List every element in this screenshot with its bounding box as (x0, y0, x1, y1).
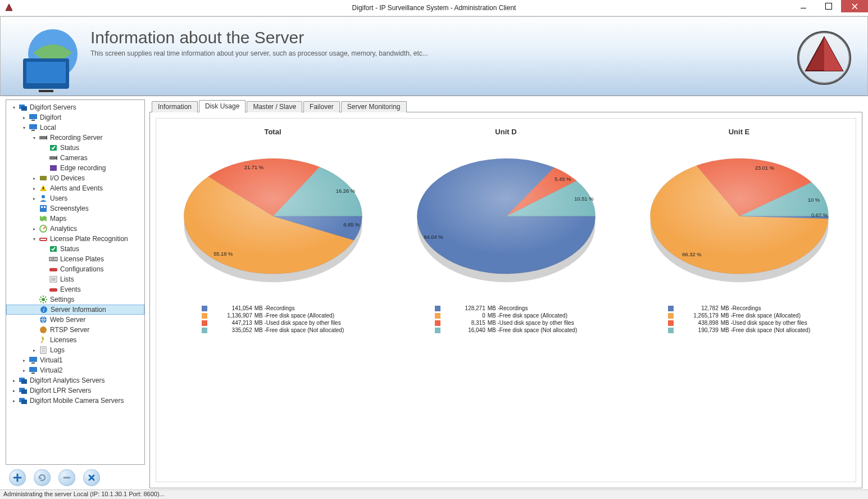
tree-twisty-icon[interactable]: ▸ (21, 115, 28, 120)
legend-value: 141,054 (211, 305, 252, 312)
server-group-icon (19, 103, 28, 112)
legend-label: Free disk space (Allocated) (499, 312, 567, 319)
tree-twisty-icon[interactable]: ▸ (31, 348, 38, 353)
tree-item[interactable]: Lists (6, 274, 144, 284)
tree-item[interactable]: ▸Digifort LPR Servers (6, 385, 144, 396)
pie-slice-label: 23.01 % (755, 165, 774, 171)
monitor-icon (29, 113, 38, 122)
legend-value: 128,271 (444, 305, 485, 312)
legend-row: 141,054 MB - Recordings (202, 305, 344, 312)
legend-unit: MB - (488, 319, 499, 326)
banner: Information about the Server This screen… (0, 16, 868, 96)
tree-item[interactable]: ▸Virtual1 (6, 355, 144, 365)
tree-twisty-icon[interactable]: ▸ (11, 388, 17, 393)
minimize-button[interactable] (790, 0, 816, 12)
tab-server-monitoring[interactable]: Server Monitoring (341, 101, 407, 112)
tree-item[interactable]: ABCLicense Plates (6, 254, 144, 264)
tree-item-label: Maps (50, 215, 66, 223)
tree-item[interactable]: Settings (6, 294, 144, 305)
tree-item[interactable]: ▸Analytics (6, 224, 144, 234)
legend-value: 12,782 (677, 305, 719, 312)
legend-label: Free disk space (Allocated) (733, 312, 801, 319)
tree-item-label: Analytics (50, 225, 77, 233)
chart-column: Total16.26 %21.71 %55.18 %6.85 %141,054 … (156, 119, 389, 482)
tree-twisty-icon[interactable]: ▸ (21, 368, 28, 373)
tree-item-label: Events (60, 285, 81, 293)
svg-point-49 (184, 158, 362, 274)
pie-slice-label: 21.71 % (244, 165, 263, 170)
tree-item[interactable]: Status (6, 244, 144, 254)
tree-item[interactable]: iServer Information (6, 305, 144, 315)
tab-information[interactable]: Information (152, 101, 198, 112)
tree-twisty-icon[interactable]: ▸ (31, 226, 38, 232)
tree-item[interactable]: ▸Users (6, 193, 144, 203)
maximize-button[interactable] (816, 0, 841, 12)
tree-item[interactable]: Web Server (6, 315, 144, 325)
tree-item[interactable]: ▸Logs (6, 345, 144, 355)
edge-icon (49, 164, 58, 173)
legend-value: 438,898 (677, 319, 719, 326)
nav-tree[interactable]: ▾Digifort Servers▸Digifort▾Local▾Recordi… (6, 99, 145, 465)
tab-failover[interactable]: Failover (303, 101, 340, 112)
tree-item[interactable]: RTSP Server (6, 325, 144, 335)
legend-value: 335,052 (211, 326, 252, 334)
add-button[interactable] (9, 469, 26, 486)
tree-item[interactable]: Maps (6, 214, 144, 224)
tree-item[interactable]: Edge recording (6, 163, 144, 173)
legend-swatch (435, 313, 440, 319)
legend-label: Recordings (266, 305, 295, 312)
plates-icon: ABC (49, 255, 58, 264)
tree-item[interactable]: ▸Digifort (6, 112, 144, 123)
svg-rect-39 (31, 362, 35, 364)
tree-item[interactable]: ▸Digifort Mobile Camera Servers (6, 396, 144, 406)
tree-twisty-icon[interactable]: ▾ (21, 125, 28, 130)
pie-slice-label: 55.18 % (213, 251, 233, 257)
tree-item-label: Status (60, 245, 79, 253)
tree-item[interactable]: ▾Recording Server (6, 133, 144, 143)
tree-twisty-icon[interactable]: ▸ (31, 196, 38, 201)
tree-item[interactable]: Licenses (6, 335, 144, 345)
server-group-icon (19, 376, 28, 385)
tree-twisty-icon[interactable]: ▾ (11, 105, 17, 110)
tree-item[interactable]: Events (6, 284, 144, 294)
tab-bar: InformationDisk UsageMaster / SlaveFailo… (149, 99, 862, 112)
tree-item[interactable]: Status (6, 143, 144, 153)
tree-twisty-icon[interactable]: ▸ (11, 398, 17, 403)
refresh-button[interactable] (34, 469, 51, 486)
tree-item-label: Digifort Analytics Servers (30, 376, 104, 384)
tree-item-label: Status (60, 144, 79, 152)
tab-master-slave[interactable]: Master / Slave (247, 101, 302, 112)
tree-twisty-icon[interactable]: ▸ (31, 186, 38, 191)
tree-twisty-icon[interactable]: ▾ (31, 135, 38, 140)
tree-item[interactable]: ▾License Plate Recognition (6, 234, 144, 244)
tree-item[interactable]: ▸Digifort Analytics Servers (6, 375, 144, 385)
pie-chart: 10.51 %5.45 %84.04 % (405, 143, 607, 300)
legend-row: 0 MB - Free disk space (Allocated) (435, 312, 578, 319)
page-subtitle: This screen supplies real time informati… (90, 49, 856, 57)
tree-item[interactable]: ▾Digifort Servers (6, 102, 144, 112)
delete-button[interactable] (83, 469, 100, 486)
tree-twisty-icon[interactable]: ▾ (31, 237, 38, 242)
legend-value: 16,040 (444, 326, 485, 334)
tree-item[interactable]: Configurations (6, 264, 144, 274)
close-button[interactable] (841, 0, 868, 12)
remove-button[interactable] (58, 469, 75, 486)
license-icon (39, 335, 48, 344)
tree-item[interactable]: ▸Alerts and Events (6, 183, 144, 193)
tree-item[interactable]: Screenstyles (6, 203, 144, 214)
legend-label: Free disk space (Allocated) (266, 312, 334, 319)
tree-item[interactable]: ▸Virtual2 (6, 365, 144, 375)
tree-item[interactable]: Cameras (6, 153, 144, 163)
tree-item[interactable]: ▾Local (6, 123, 144, 133)
tree-twisty-icon[interactable]: ▸ (21, 358, 28, 363)
tab-disk-usage[interactable]: Disk Usage (199, 100, 246, 112)
brand-logo-icon (797, 30, 852, 87)
tree-twisty-icon[interactable]: ▸ (31, 176, 38, 181)
legend-swatch (668, 306, 674, 311)
svg-rect-2 (26, 62, 66, 83)
chart-title: Unit D (495, 128, 516, 136)
tree-item-label: Server Information (51, 306, 106, 314)
tree-twisty-icon[interactable]: ▸ (11, 378, 17, 383)
legend-unit: MB - (721, 326, 733, 334)
tree-item[interactable]: ▸I/O Devices (6, 173, 144, 183)
